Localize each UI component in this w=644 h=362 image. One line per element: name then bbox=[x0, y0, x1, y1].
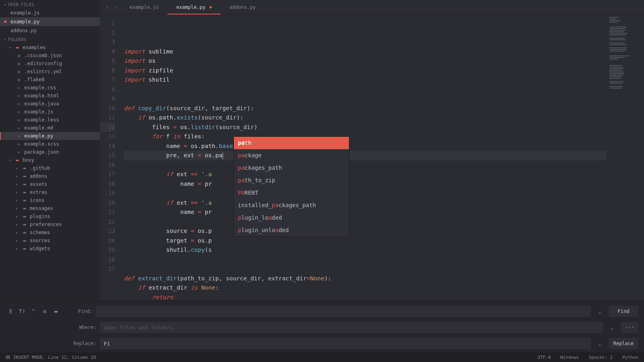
line-gutter[interactable]: 1234567891011121314151617181920212223242… bbox=[100, 14, 119, 300]
file-item[interactable]: ▸package.json bbox=[0, 148, 100, 156]
tab-prev-button[interactable]: ‹ bbox=[103, 4, 111, 10]
regex-icon[interactable]: E bbox=[6, 306, 16, 316]
open-file-item[interactable]: example.js bbox=[0, 8, 100, 17]
open-file-item[interactable]: addons.py bbox=[0, 26, 100, 35]
file-item[interactable]: ✿.editorconfig bbox=[0, 60, 100, 68]
file-item[interactable]: ▸example.scss bbox=[0, 140, 100, 148]
code-editor[interactable]: import sublimeimport osimport zipfileimp… bbox=[119, 14, 606, 300]
replace-input[interactable] bbox=[100, 338, 591, 349]
open-files-title: OPEN FILES bbox=[8, 2, 34, 7]
editor-tab[interactable]: example.js bbox=[121, 0, 167, 14]
chevron-down-icon: ▾ bbox=[4, 38, 6, 42]
folder-item[interactable]: ▸▬plugins bbox=[0, 212, 100, 220]
folder-icon: ▬ bbox=[22, 222, 27, 227]
minimap[interactable] bbox=[606, 14, 644, 300]
status-encoding[interactable]: UTF-8 bbox=[537, 355, 551, 360]
file-item[interactable]: ▸example.css bbox=[0, 84, 100, 92]
tree-item-label: .csscomb.json bbox=[24, 53, 62, 58]
find-input[interactable] bbox=[96, 306, 591, 317]
folder-item[interactable]: ▸▬schemes bbox=[0, 228, 100, 237]
status-line-endings[interactable]: Windows bbox=[560, 355, 579, 360]
folder-item[interactable]: ▾▬examples bbox=[0, 43, 100, 51]
file-item[interactable]: ▸example.py bbox=[0, 132, 100, 140]
tree-item-label: example.py bbox=[24, 133, 53, 139]
folders-header[interactable]: ▾ FOLDERS bbox=[0, 35, 100, 43]
autocomplete-popup: pathpackagepackages_pathpath_to_zipPAREN… bbox=[233, 136, 349, 237]
file-item[interactable]: ▸example.java bbox=[0, 100, 100, 108]
tab-next-button[interactable]: › bbox=[112, 4, 120, 10]
tab-label: addons.py bbox=[229, 4, 256, 10]
chevron-right-icon: ▸ bbox=[16, 222, 19, 226]
folder-icon: ▬ bbox=[22, 165, 27, 171]
autocomplete-item[interactable]: plugin_unloaded bbox=[234, 224, 349, 237]
folder-item[interactable]: ▸▬preferences bbox=[0, 220, 100, 228]
tree-item-label: .github bbox=[30, 165, 50, 171]
folder-item[interactable]: ▸▬sources bbox=[0, 237, 100, 245]
folder-item[interactable]: ▸▬icons bbox=[0, 196, 100, 204]
status-syntax[interactable]: Python bbox=[622, 355, 638, 360]
autocomplete-item[interactable]: PARENT bbox=[234, 187, 349, 199]
menu-icon[interactable] bbox=[6, 356, 10, 359]
folder-item[interactable]: ▸▬extras bbox=[0, 188, 100, 196]
tree-item-label: example.md bbox=[24, 125, 53, 131]
tree-item-label: plugins bbox=[30, 214, 50, 219]
find-button[interactable]: Find bbox=[609, 306, 638, 317]
file-item[interactable]: ✿.flake8 bbox=[0, 76, 100, 84]
folder-item[interactable]: ▸▬.github bbox=[0, 164, 100, 172]
editor-tab[interactable]: addons.py bbox=[221, 0, 264, 14]
autocomplete-item[interactable]: package bbox=[234, 149, 349, 162]
open-files-header[interactable]: ▾ OPEN FILES bbox=[0, 0, 100, 8]
folder-item[interactable]: ▸▬widgets bbox=[0, 245, 100, 253]
tree-item-label: example.less bbox=[24, 117, 59, 123]
file-item[interactable]: ▸example.js bbox=[0, 108, 100, 116]
find-history-dropdown[interactable]: ⌄ bbox=[594, 306, 605, 317]
in-selection-icon[interactable]: ▬ bbox=[51, 306, 61, 316]
tree-item-label: examples bbox=[23, 45, 46, 50]
folder-item[interactable]: ▸▬messages bbox=[0, 204, 100, 212]
tree-item-label: icons bbox=[30, 197, 44, 203]
chevron-right-icon: ▸ bbox=[16, 230, 19, 234]
file-icon: ▸ bbox=[16, 141, 22, 147]
where-history-dropdown[interactable]: ⌄ bbox=[606, 322, 617, 333]
tree-item-label: extras bbox=[30, 189, 47, 195]
folder-icon: ▬ bbox=[22, 173, 27, 179]
replace-button[interactable]: Replace bbox=[609, 338, 638, 349]
tree-item-label: example.scss bbox=[24, 141, 59, 147]
status-mode: INSERT MODE, Line 12, Column 29 bbox=[13, 355, 96, 360]
autocomplete-item[interactable]: packages_path bbox=[234, 162, 349, 174]
editor-tab[interactable]: example.py● bbox=[167, 0, 221, 14]
where-input[interactable] bbox=[100, 322, 603, 333]
folder-item[interactable]: ▾▬boxy bbox=[0, 156, 100, 164]
folder-icon: ▬ bbox=[22, 214, 27, 219]
file-icon: ▸ bbox=[16, 85, 22, 90]
file-item[interactable]: ▸example.html bbox=[0, 92, 100, 100]
autocomplete-item[interactable]: path bbox=[234, 137, 349, 149]
folder-item[interactable]: ▸▬assets bbox=[0, 180, 100, 188]
file-item[interactable]: ✿.eslintrc.yml bbox=[0, 68, 100, 76]
where-options-button[interactable]: ··· bbox=[621, 322, 638, 333]
folder-icon: ▬ bbox=[22, 189, 27, 195]
file-item[interactable]: ✿.csscomb.json bbox=[0, 51, 100, 60]
case-icon[interactable]: Tт bbox=[17, 306, 27, 316]
tree-item-label: package.json bbox=[24, 149, 59, 155]
file-item[interactable]: ▸example.less bbox=[0, 116, 100, 124]
file-item[interactable]: ▸example.md bbox=[0, 124, 100, 132]
file-icon: ▸ bbox=[16, 93, 22, 99]
status-indent[interactable]: Spaces: 2 bbox=[589, 355, 613, 360]
chevron-right-icon: ▸ bbox=[16, 190, 19, 194]
tree-item-label: schemes bbox=[30, 230, 50, 235]
file-icon: ▸ bbox=[16, 149, 22, 155]
tree-item-label: example.js bbox=[24, 109, 53, 115]
tree-item-label: preferences bbox=[30, 222, 62, 227]
where-label: Where: bbox=[68, 325, 97, 330]
tree-item-label: .editorconfig bbox=[24, 61, 62, 66]
autocomplete-item[interactable]: installed_packages_path bbox=[234, 199, 349, 212]
open-file-item[interactable]: example.py bbox=[0, 17, 100, 26]
folder-item[interactable]: ▸▬addons bbox=[0, 172, 100, 180]
autocomplete-item[interactable]: plugin_loaded bbox=[234, 212, 349, 224]
wrap-icon[interactable]: ≡ bbox=[39, 306, 50, 316]
replace-history-dropdown[interactable]: ⌄ bbox=[594, 338, 605, 349]
autocomplete-item[interactable]: path_to_zip bbox=[234, 174, 349, 187]
whole-word-icon[interactable]: ❝ bbox=[28, 306, 39, 316]
chevron-right-icon: ▸ bbox=[16, 166, 19, 170]
